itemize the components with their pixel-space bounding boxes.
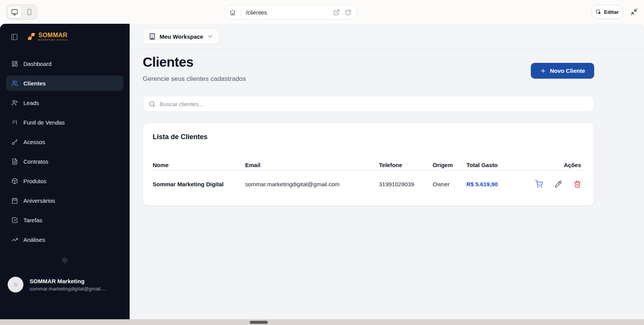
sidebar-item-funil-de-vendas[interactable]: Funil de Vendas <box>6 115 124 130</box>
shopping-cart-icon <box>535 180 543 188</box>
search-icon <box>149 101 155 107</box>
column-header-acoes: Ações <box>530 162 586 168</box>
key-icon <box>12 139 18 145</box>
table-header: Nome Email Telefone Origem Total Gasto A… <box>153 159 586 170</box>
card-title: Lista de Clientes <box>153 133 208 141</box>
sidebar-item-label: Análises <box>23 236 45 243</box>
cell-telefone: 31991028039 <box>379 181 433 187</box>
trending-up-icon <box>12 236 18 243</box>
pencil-icon <box>555 181 562 188</box>
avatar: S <box>8 277 23 292</box>
layout-dashboard-icon <box>12 61 18 67</box>
column-header-origem: Origem <box>433 162 466 168</box>
builder-topbar: /clientes Editar <box>0 0 644 24</box>
horizontal-scrollbar-track[interactable] <box>0 319 644 325</box>
calendar-icon <box>12 197 18 204</box>
open-external-icon[interactable] <box>333 9 340 16</box>
sun-icon <box>61 257 68 264</box>
sidebar-item-label: Clientes <box>23 80 46 87</box>
workspace-label: Meu Workspace <box>160 33 203 40</box>
sidebar-item-produtos[interactable]: Produtos <box>6 173 124 189</box>
logo-text: SOMMAR <box>38 32 69 39</box>
refresh-icon[interactable] <box>345 9 351 16</box>
cell-nome: Sommar Marketing Digital <box>153 181 245 187</box>
kanban-icon <box>12 119 18 126</box>
sidebar-item-contratos[interactable]: Contratos <box>6 154 124 169</box>
desktop-view-button[interactable] <box>8 6 21 18</box>
sidebar-item-label: Contratos <box>23 158 48 165</box>
user-plus-icon <box>12 100 18 106</box>
horizontal-scrollbar-thumb[interactable] <box>250 321 268 324</box>
building-icon <box>149 33 156 40</box>
app-preview: SOMMAR MARKETING DIGITAL Dashboard Clien… <box>0 24 644 319</box>
device-toggle <box>6 4 38 20</box>
sidebar-item-analises[interactable]: Análises <box>6 232 124 247</box>
file-text-icon <box>12 158 18 165</box>
sidebar-item-dashboard[interactable]: Dashboard <box>6 56 124 71</box>
row-actions <box>530 180 586 188</box>
user-name: SOMMAR Marketing <box>30 278 106 284</box>
sidebar-item-label: Dashboard <box>23 61 51 67</box>
new-client-button-label: Novo Cliente <box>550 67 585 74</box>
search-bar <box>143 96 594 112</box>
column-header-nome: Nome <box>153 162 245 168</box>
clients-list-card: Lista de Clientes Nome Email Telefone Or… <box>143 123 594 206</box>
cart-action-button[interactable] <box>535 180 543 188</box>
sidebar-item-clientes[interactable]: Clientes <box>6 76 124 91</box>
theme-toggle-button[interactable] <box>61 257 68 264</box>
sommar-logo[interactable]: SOMMAR MARKETING DIGITAL <box>27 32 69 41</box>
chevron-down-icon <box>207 33 213 39</box>
cell-origem: Owner <box>433 181 466 187</box>
select-tool-icon <box>596 9 601 15</box>
sidebar-item-label: Produtos <box>23 178 46 184</box>
page-title: Clientes <box>143 54 193 70</box>
trash-icon <box>574 181 581 188</box>
sidebar-item-label: Aniversários <box>23 197 55 204</box>
topbar-right: Editar <box>591 5 638 19</box>
sidebar-item-label: Funil de Vendas <box>23 119 65 126</box>
url-path[interactable]: /clientes <box>246 9 333 16</box>
sidebar-item-label: Acessos <box>23 139 45 145</box>
delete-action-button[interactable] <box>574 181 581 188</box>
edit-action-button[interactable] <box>555 181 562 188</box>
page-subtitle: Gerencie seus clientes cadastrados <box>143 75 246 83</box>
column-header-email: Email <box>245 162 379 168</box>
sidebar-item-label: Leads <box>23 100 39 106</box>
minimize-arrows-icon <box>630 8 638 16</box>
sommar-logo-icon <box>27 32 36 41</box>
main-content: Meu Workspace Clientes Gerencie seus cli… <box>130 24 644 319</box>
user-email: sommar.marketingdigital@gmail.... <box>30 286 106 292</box>
edit-button[interactable]: Editar <box>591 5 624 19</box>
url-bar[interactable]: /clientes <box>224 5 357 20</box>
logo-tagline: MARKETING DIGITAL <box>38 39 69 41</box>
user-profile[interactable]: S SOMMAR Marketing sommar.marketingdigit… <box>8 277 123 292</box>
sidebar-collapse-button[interactable] <box>11 33 18 41</box>
sidebar-item-leads[interactable]: Leads <box>6 95 124 110</box>
column-header-telefone: Telefone <box>379 162 433 168</box>
sidebar-item-aniversarios[interactable]: Aniversários <box>6 193 124 208</box>
mobile-view-button[interactable] <box>22 6 36 18</box>
users-icon <box>12 80 18 87</box>
edit-button-label: Editar <box>604 9 619 15</box>
plus-icon <box>540 68 546 74</box>
column-header-total-gasto: Total Gasto <box>466 162 530 168</box>
sidebar-nav: Dashboard Clientes Leads Funil de Vendas… <box>6 56 124 247</box>
url-divider <box>240 8 241 16</box>
new-client-button[interactable]: Novo Cliente <box>531 63 594 79</box>
sidebar: SOMMAR MARKETING DIGITAL Dashboard Clien… <box>0 24 130 319</box>
sidebar-item-acessos[interactable]: Acessos <box>6 134 124 149</box>
monitor-icon <box>11 9 18 16</box>
workspace-bar: Meu Workspace <box>130 24 644 49</box>
smartphone-icon <box>26 9 33 15</box>
search-input[interactable] <box>160 101 588 107</box>
workspace-selector[interactable]: Meu Workspace <box>143 29 219 44</box>
home-icon[interactable] <box>229 9 236 16</box>
package-icon <box>12 178 18 184</box>
collapse-preview-button[interactable] <box>630 8 638 16</box>
cell-total-gasto: R$ 5.619,90 <box>466 181 530 187</box>
sidebar-item-tarefas[interactable]: Tarefas <box>6 212 124 228</box>
square-check-icon <box>12 217 18 223</box>
table-row: Sommar Marketing Digital sommar.marketin… <box>153 171 586 197</box>
avatar-initial: S <box>14 282 17 288</box>
sidebar-item-label: Tarefas <box>23 217 42 223</box>
